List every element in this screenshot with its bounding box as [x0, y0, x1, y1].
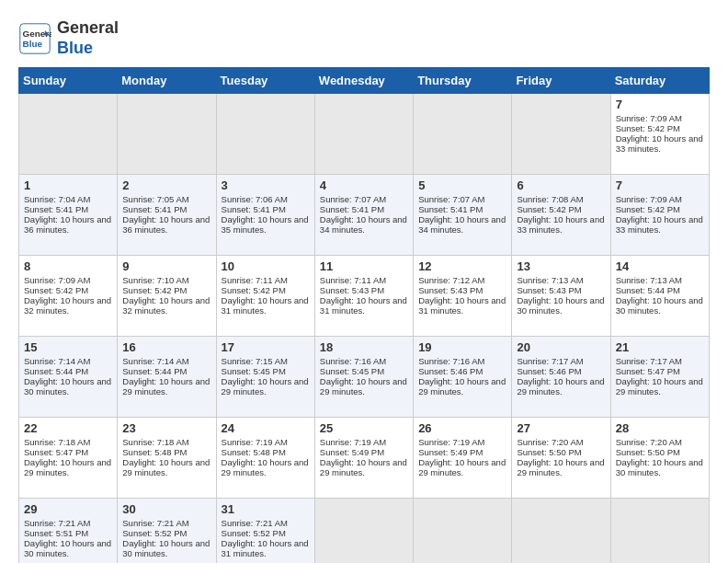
calendar-cell: 7Sunrise: 7:09 AMSunset: 5:42 PMDaylight…	[610, 175, 709, 256]
sunrise: Sunrise: 7:16 AM	[418, 356, 484, 366]
daylight-label: Daylight: 10 hours and 30 minutes.	[616, 457, 703, 477]
daylight-label: Daylight: 10 hours and 29 minutes.	[222, 376, 309, 396]
sunset: Sunset: 5:48 PM	[122, 447, 187, 457]
sunrise: Sunrise: 7:17 AM	[517, 356, 583, 366]
day-number: 17	[222, 340, 310, 354]
calendar-cell: 28Sunrise: 7:20 AMSunset: 5:50 PMDayligh…	[610, 418, 709, 499]
calendar-cell	[216, 94, 314, 175]
daylight-label: Daylight: 10 hours and 34 minutes.	[320, 214, 407, 235]
sunset: Sunset: 5:44 PM	[122, 366, 187, 376]
daylight-label: Daylight: 10 hours and 30 minutes.	[24, 538, 111, 558]
calendar-cell	[314, 499, 413, 563]
sunrise: Sunrise: 7:11 AM	[222, 275, 288, 285]
sunrise: Sunrise: 7:19 AM	[320, 437, 386, 447]
day-number: 1	[24, 178, 112, 192]
header-monday: Monday	[118, 68, 216, 94]
day-number: 13	[517, 259, 605, 273]
daylight-label: Daylight: 10 hours and 29 minutes.	[222, 457, 309, 477]
sunrise: Sunrise: 7:21 AM	[122, 518, 188, 528]
calendar-cell: 4Sunrise: 7:07 AMSunset: 5:41 PMDaylight…	[314, 175, 413, 256]
day-number: 31	[222, 502, 310, 516]
day-number: 10	[222, 259, 310, 273]
header-thursday: Thursday	[414, 68, 512, 94]
sunrise: Sunrise: 7:09 AM	[24, 275, 90, 285]
sunset: Sunset: 5:50 PM	[616, 447, 680, 457]
calendar-cell: 8Sunrise: 7:09 AMSunset: 5:42 PMDaylight…	[19, 256, 118, 337]
daylight-label: Daylight: 10 hours and 33 minutes.	[616, 214, 703, 235]
calendar-cell: 3Sunrise: 7:06 AMSunset: 5:41 PMDaylight…	[216, 175, 314, 256]
header-friday: Friday	[512, 68, 610, 94]
sunrise: Sunrise: 7:07 AM	[418, 194, 484, 204]
day-number: 23	[122, 421, 210, 435]
calendar-cell: 5Sunrise: 7:07 AMSunset: 5:41 PMDaylight…	[414, 175, 512, 256]
calendar-cell: 12Sunrise: 7:12 AMSunset: 5:43 PMDayligh…	[414, 256, 512, 337]
sunrise: Sunrise: 7:09 AM	[616, 194, 682, 204]
day-number: 3	[222, 178, 310, 192]
calendar-cell: 14Sunrise: 7:13 AMSunset: 5:44 PMDayligh…	[610, 256, 709, 337]
day-number: 21	[616, 340, 704, 354]
sunrise: Sunrise: 7:04 AM	[24, 194, 90, 204]
day-number: 15	[24, 340, 112, 354]
sunset: Sunset: 5:51 PM	[24, 528, 88, 538]
day-number: 29	[24, 502, 112, 516]
calendar-cell: 30Sunrise: 7:21 AMSunset: 5:52 PMDayligh…	[118, 499, 216, 563]
day-number: 5	[418, 178, 506, 192]
calendar-week-row: 7Sunrise: 7:09 AMSunset: 5:42 PMDaylight…	[19, 94, 710, 175]
calendar-cell: 26Sunrise: 7:19 AMSunset: 5:49 PMDayligh…	[414, 418, 512, 499]
calendar-cell: 9Sunrise: 7:10 AMSunset: 5:42 PMDaylight…	[118, 256, 216, 337]
calendar-cell: 29Sunrise: 7:21 AMSunset: 5:51 PMDayligh…	[19, 499, 118, 563]
sunrise: Sunrise: 7:18 AM	[122, 437, 188, 447]
calendar-cell	[118, 94, 216, 175]
sunrise: Sunrise: 7:18 AM	[24, 437, 90, 447]
daylight-label: Daylight: 10 hours and 31 minutes.	[418, 295, 506, 316]
logo: General Blue General Blue	[18, 18, 119, 58]
calendar-cell: 11Sunrise: 7:11 AMSunset: 5:43 PMDayligh…	[314, 256, 413, 337]
day-number: 11	[320, 259, 408, 273]
sunrise: Sunrise: 7:21 AM	[222, 518, 288, 528]
calendar-cell: 23Sunrise: 7:18 AMSunset: 5:48 PMDayligh…	[118, 418, 216, 499]
daylight-label: Daylight: 10 hours and 29 minutes.	[616, 376, 703, 396]
day-number: 14	[616, 259, 704, 273]
daylight-label: Daylight: 10 hours and 31 minutes.	[320, 295, 407, 316]
calendar-cell: 27Sunrise: 7:20 AMSunset: 5:50 PMDayligh…	[512, 418, 610, 499]
calendar-cell: 20Sunrise: 7:17 AMSunset: 5:46 PMDayligh…	[512, 337, 610, 418]
sunrise: Sunrise: 7:20 AM	[517, 437, 583, 447]
calendar-cell: 31Sunrise: 7:21 AMSunset: 5:52 PMDayligh…	[216, 499, 314, 563]
sunset: Sunset: 5:42 PM	[122, 285, 187, 295]
day-number: 24	[222, 421, 310, 435]
day-number: 8	[24, 259, 112, 273]
daylight-label: Daylight: 10 hours and 29 minutes.	[418, 457, 506, 477]
calendar-cell: 7Sunrise: 7:09 AMSunset: 5:42 PMDaylight…	[610, 94, 709, 175]
sunset: Sunset: 5:42 PM	[616, 123, 680, 133]
daylight-label: Daylight: 10 hours and 29 minutes.	[320, 457, 407, 477]
sunrise: Sunrise: 7:08 AM	[517, 194, 583, 204]
daylight-label: Daylight: 10 hours and 36 minutes.	[122, 214, 210, 235]
calendar-cell	[610, 499, 709, 563]
daylight-label: Daylight: 10 hours and 31 minutes.	[222, 538, 309, 558]
day-number: 4	[320, 178, 408, 192]
sunset: Sunset: 5:41 PM	[122, 204, 187, 214]
sunset: Sunset: 5:44 PM	[616, 285, 680, 295]
sunset: Sunset: 5:47 PM	[616, 366, 680, 376]
daylight-label: Daylight: 10 hours and 29 minutes.	[122, 376, 210, 396]
sunset: Sunset: 5:50 PM	[517, 447, 581, 457]
sunset: Sunset: 5:49 PM	[320, 447, 384, 457]
calendar-cell	[512, 94, 610, 175]
sunrise: Sunrise: 7:14 AM	[24, 356, 90, 366]
sunset: Sunset: 5:41 PM	[24, 204, 88, 214]
sunset: Sunset: 5:46 PM	[517, 366, 581, 376]
sunset: Sunset: 5:42 PM	[517, 204, 581, 214]
calendar-cell	[414, 499, 512, 563]
sunset: Sunset: 5:44 PM	[24, 366, 88, 376]
sunrise: Sunrise: 7:11 AM	[320, 275, 386, 285]
calendar-cell: 10Sunrise: 7:11 AMSunset: 5:42 PMDayligh…	[216, 256, 314, 337]
daylight-label: Daylight: 10 hours and 29 minutes.	[517, 457, 604, 477]
calendar-cell: 17Sunrise: 7:15 AMSunset: 5:45 PMDayligh…	[216, 337, 314, 418]
daylight-label: Daylight: 10 hours and 30 minutes.	[616, 295, 703, 316]
day-number: 27	[517, 421, 605, 435]
sunrise: Sunrise: 7:09 AM	[616, 113, 682, 123]
sunrise: Sunrise: 7:05 AM	[122, 194, 188, 204]
daylight-label: Daylight: 10 hours and 29 minutes.	[517, 376, 604, 396]
daylight-label: Daylight: 10 hours and 30 minutes.	[517, 295, 604, 316]
calendar-cell: 2Sunrise: 7:05 AMSunset: 5:41 PMDaylight…	[118, 175, 216, 256]
